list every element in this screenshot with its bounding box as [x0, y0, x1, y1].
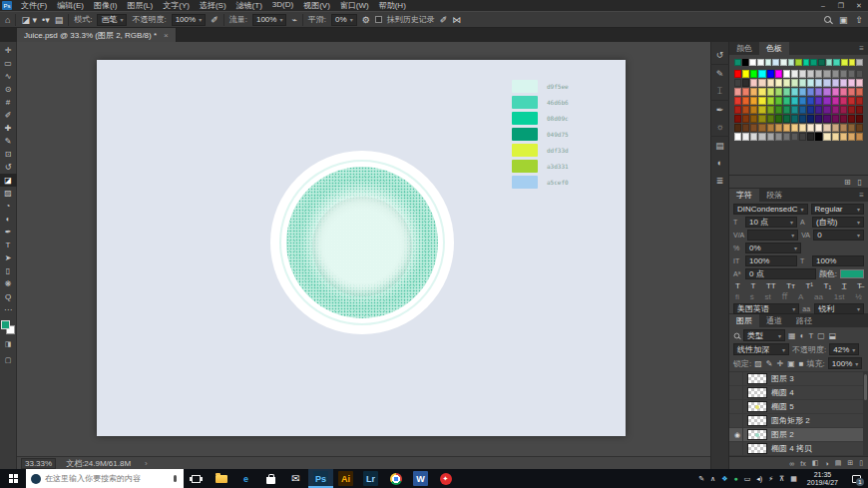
new-swatch-icon[interactable]: ⊞ [844, 178, 851, 187]
eraser-tool[interactable]: ◪ [0, 174, 17, 187]
swatch-4-3[interactable] [758, 106, 765, 114]
tracking-select[interactable]: 0▾ [813, 230, 864, 241]
swatch-6-1[interactable] [742, 124, 749, 132]
adjustments-panel-icon[interactable]: ◐ [710, 154, 729, 172]
filter-adjustment-icon[interactable]: ◐ [800, 331, 805, 340]
swatch-4-14[interactable] [848, 106, 855, 114]
pressure-size-icon[interactable]: ✐ [440, 15, 448, 25]
swatch-0-10[interactable] [815, 70, 822, 78]
layers-tab-通道[interactable]: 通道 [759, 314, 789, 327]
search-icon[interactable] [824, 16, 831, 23]
recent-swatch-0[interactable] [734, 59, 741, 66]
swatch-5-1[interactable] [742, 115, 749, 123]
swatch-4-8[interactable] [799, 106, 806, 114]
quick-selection-tool[interactable]: ⊙ [0, 83, 17, 96]
symmetry-icon[interactable]: ⋈ [452, 15, 461, 25]
swatch-6-9[interactable] [807, 124, 814, 132]
swatch-0-0[interactable] [734, 70, 741, 78]
swatch-7-12[interactable] [832, 133, 839, 141]
horizontal-scale-field[interactable]: 100% [812, 255, 864, 266]
swatch-5-6[interactable] [783, 115, 790, 123]
microphone-icon[interactable] [174, 475, 177, 482]
swatch-6-10[interactable] [815, 124, 822, 132]
swatch-1-3[interactable] [758, 79, 765, 87]
swatch-4-6[interactable] [783, 106, 790, 114]
word-taskbar-button[interactable]: W [408, 469, 433, 488]
dodge-tool[interactable]: ◐ [0, 213, 17, 226]
swatch-3-5[interactable] [775, 97, 782, 105]
swatch-6-3[interactable] [758, 124, 765, 132]
swatch-2-12[interactable] [832, 88, 839, 96]
action-center-button[interactable]: 1 [848, 469, 864, 488]
lock-position-icon[interactable]: ✛ [777, 359, 784, 368]
pen-tool[interactable]: ✒ [0, 226, 17, 239]
menu-item-6[interactable]: 滤镜(T) [231, 0, 267, 11]
kerning-select[interactable]: ▾ [747, 230, 798, 241]
canvas-pasteboard[interactable]: d9f5ee46d6b608d09c049d75ddf33da3d331a5ce… [17, 42, 710, 456]
swatch-0-5[interactable] [775, 70, 782, 78]
brush-preset-picker[interactable]: •▾ [42, 15, 50, 25]
type-style-button-2[interactable]: TT [766, 281, 776, 290]
clone-source-panel-icon[interactable]: ⌶ [710, 82, 729, 100]
swatch-0-4[interactable] [767, 70, 774, 78]
document-tab[interactable]: Juice.psd @ 33.3% (图层 2, RGB/8) * × [17, 28, 177, 42]
swatches-panel-menu-icon[interactable]: ≡ [859, 42, 868, 55]
status-options-chevron[interactable]: › [145, 459, 148, 468]
opentype-button-7[interactable]: ½ [855, 292, 862, 301]
opentype-button-0[interactable]: fi [735, 292, 739, 301]
swatch-3-7[interactable] [791, 97, 798, 105]
opentype-button-5[interactable]: aa [814, 292, 823, 301]
layer-row-3[interactable]: 圆角矩形 2 [729, 414, 868, 428]
swatch-1-4[interactable] [767, 79, 774, 87]
swatch-5-7[interactable] [791, 115, 798, 123]
filter-pixel-icon[interactable]: ▦ [788, 331, 796, 340]
volume-icon[interactable]: ◂) [756, 469, 762, 488]
swatch-6-4[interactable] [767, 124, 774, 132]
layers-scrollbar[interactable] [863, 372, 868, 456]
erase-to-history-checkbox[interactable] [375, 16, 382, 23]
language-select[interactable]: 美国英语▾ [733, 303, 799, 314]
search-input[interactable] [45, 474, 170, 483]
restore-button[interactable]: ❐ [832, 2, 850, 10]
swatch-6-8[interactable] [799, 124, 806, 132]
swatch-7-7[interactable] [791, 133, 798, 141]
menu-item-5[interactable]: 选择(S) [195, 0, 231, 11]
swatch-0-14[interactable] [848, 70, 855, 78]
brush-settings-panel-icon[interactable]: ✎ [710, 64, 729, 82]
swatch-0-9[interactable] [807, 70, 814, 78]
artboard[interactable]: d9f5ee46d6b608d09c049d75ddf33da3d331a5ce… [97, 60, 626, 436]
swatch-6-7[interactable] [791, 124, 798, 132]
swatch-1-10[interactable] [815, 79, 822, 87]
swatch-1-12[interactable] [832, 79, 839, 87]
clone-stamp-tool[interactable]: ⊡ [0, 148, 17, 161]
delete-swatch-icon[interactable]: ▯ [858, 178, 862, 187]
swatch-7-11[interactable] [823, 133, 830, 141]
lock-pixels-icon[interactable]: ✎ [766, 359, 773, 368]
recent-swatch-9[interactable] [803, 59, 810, 66]
opentype-button-2[interactable]: st [765, 292, 771, 301]
swatches-tab-颜色[interactable]: 颜色 [729, 42, 759, 55]
red-app-taskbar-button[interactable]: ✦ [433, 469, 458, 488]
blur-tool[interactable]: ◔ [0, 200, 17, 213]
swatch-2-15[interactable] [856, 88, 863, 96]
smoothing-select[interactable]: 0%▾ [331, 14, 357, 26]
recent-swatch-7[interactable] [788, 59, 795, 66]
marquee-tool[interactable]: ▭ [0, 57, 17, 70]
swatch-0-13[interactable] [840, 70, 847, 78]
swatch-3-15[interactable] [856, 97, 863, 105]
swatch-4-7[interactable] [791, 106, 798, 114]
swatch-7-15[interactable] [856, 133, 863, 141]
swatch-6-13[interactable] [840, 124, 847, 132]
menu-item-0[interactable]: 文件(F) [16, 0, 52, 11]
vertical-scale-field[interactable]: 100% [745, 255, 797, 266]
swatch-3-4[interactable] [767, 97, 774, 105]
pressure-opacity-icon[interactable]: ✐ [211, 15, 218, 25]
zoom-level-field[interactable]: 33.33% [21, 458, 56, 469]
tsume-select[interactable]: 0%▾ [745, 243, 801, 253]
swatch-0-1[interactable] [742, 70, 749, 78]
swatch-7-9[interactable] [807, 133, 814, 141]
swatch-1-11[interactable] [823, 79, 830, 87]
libraries-panel-icon[interactable]: ▤ [710, 136, 729, 154]
swatch-5-0[interactable] [734, 115, 741, 123]
swatch-0-8[interactable] [799, 70, 806, 78]
